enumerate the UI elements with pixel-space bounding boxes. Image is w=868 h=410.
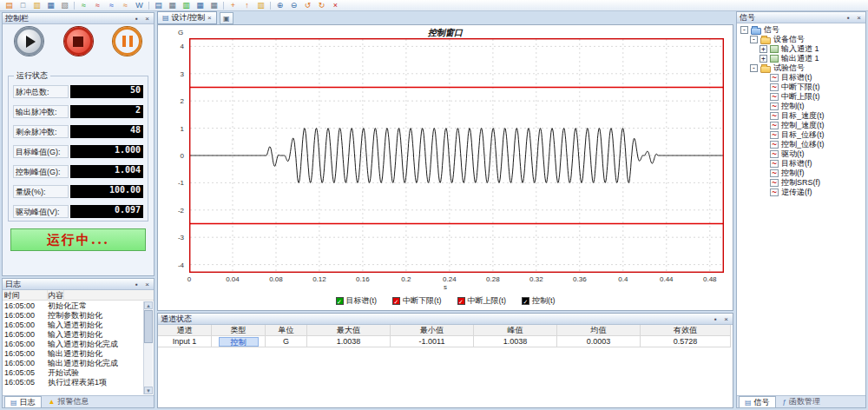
status-field-value: 2 <box>70 105 143 118</box>
log-time: 16:05:00 <box>4 349 48 359</box>
column-header[interactable]: 类型 <box>212 325 266 336</box>
import-icon[interactable]: ▧ <box>58 1 71 10</box>
legend-item[interactable]: ✓控制(t) <box>522 295 556 307</box>
window-icon[interactable]: W <box>133 1 146 10</box>
y-tick-label: -1 <box>160 179 184 187</box>
log-scrollbar[interactable]: ▲ ▼ <box>143 301 153 394</box>
signal-wave-icon: ~ <box>770 169 779 177</box>
column-header[interactable]: 通道 <box>158 325 212 336</box>
start-button[interactable] <box>15 27 43 56</box>
run-status-group: 运行状态 脉冲总数:50输出脉冲数:2剩余脉冲数:48目标峰值(G):1.000… <box>8 76 148 222</box>
y-tick-label: 3 <box>160 70 184 78</box>
channel-type-chip[interactable]: 控制 <box>219 337 259 347</box>
log-row[interactable]: 16:05:00输出通道初始化完成 <box>3 359 143 368</box>
x-axis-unit: s <box>158 283 733 291</box>
close-icon[interactable]: × <box>855 13 863 23</box>
layout-four-icon[interactable]: ▦ <box>207 1 220 10</box>
log-column-header[interactable]: 内容 <box>48 290 64 300</box>
pause-button[interactable] <box>113 27 141 56</box>
stop-button[interactable] <box>64 27 93 56</box>
column-header[interactable]: 有效值 <box>641 325 731 336</box>
log-row[interactable]: 16:05:00输出通道初始化 <box>3 349 143 359</box>
column-header[interactable]: 峰值 <box>474 325 557 336</box>
log-row[interactable]: 16:05:05开始试验 <box>3 368 143 378</box>
tree-item[interactable]: 逆传递(f) <box>781 187 812 198</box>
tab-报警信息[interactable]: ▲报警信息 <box>43 396 95 407</box>
close-icon[interactable]: × <box>143 280 151 289</box>
column-header[interactable]: 均值 <box>557 325 641 336</box>
sine-wave-icon[interactable]: ≈ <box>77 1 90 10</box>
column-header[interactable]: 单位 <box>266 325 307 336</box>
collapse-icon[interactable]: - <box>750 36 758 43</box>
log-icon: ▤ <box>10 397 17 408</box>
snapshot-button[interactable]: ▣ <box>220 12 233 24</box>
log-row[interactable]: 16:05:00初始化正常 <box>3 301 143 311</box>
zoom-in-icon[interactable]: ⊕ <box>273 1 286 10</box>
undo-icon[interactable]: ↺ <box>301 1 314 10</box>
legend-checkbox-icon[interactable]: ✓ <box>457 297 465 305</box>
column-header[interactable]: 最小值 <box>391 325 474 336</box>
report-icon[interactable]: ▤ <box>152 1 165 10</box>
save-icon[interactable]: ▦ <box>44 1 57 10</box>
control-waveform-plot[interactable] <box>189 38 724 273</box>
layout-two-icon[interactable]: ▦ <box>194 1 207 10</box>
pin-icon[interactable]: ▪ <box>712 314 720 324</box>
zoom-out-icon[interactable]: ⊖ <box>287 1 300 10</box>
document-tabstrip: ▤ 设计/控制 × ▣ <box>157 11 733 24</box>
log-panel-title: 日志 <box>5 279 21 290</box>
collapse-icon[interactable]: - <box>740 26 748 34</box>
chart-view-icon[interactable]: ▥ <box>180 1 193 10</box>
legend-checkbox-icon[interactable]: ✓ <box>392 297 400 305</box>
add-window-icon[interactable]: + <box>227 1 240 10</box>
column-header[interactable]: 最大值 <box>307 325 391 336</box>
y-tick-label: 4 <box>160 43 184 50</box>
tab-信号[interactable]: ▤信号 <box>739 396 776 407</box>
log-row[interactable]: 16:05:05执行过程表第1项 <box>3 378 143 387</box>
abort-icon[interactable]: × <box>329 1 342 10</box>
project-icon[interactable]: ▤ <box>3 1 16 10</box>
pin-icon[interactable]: ▪ <box>133 14 141 23</box>
new-test-icon[interactable]: □ <box>16 1 30 10</box>
scroll-down-icon[interactable]: ▼ <box>144 387 153 394</box>
legend-item[interactable]: ✓中断上限(t) <box>457 295 507 307</box>
pin-icon[interactable]: ▪ <box>845 13 852 23</box>
log-row[interactable]: 16:05:00控制参数初始化 <box>3 311 143 321</box>
legend-checkbox-icon[interactable]: ✓ <box>336 297 344 305</box>
status-field-label: 量级(%): <box>13 185 69 198</box>
log-time: 16:05:00 <box>4 321 48 330</box>
open-folder-icon[interactable]: ▥ <box>30 1 43 10</box>
export-icon[interactable]: ↑ <box>240 1 253 10</box>
close-icon[interactable]: × <box>143 14 151 23</box>
log-column-header[interactable]: 时间 <box>4 290 48 300</box>
random-wave-icon[interactable]: ≈ <box>91 1 104 10</box>
close-tab-icon[interactable]: × <box>207 14 212 22</box>
close-icon[interactable]: × <box>722 314 730 324</box>
status-field-row: 目标峰值(G):1.000 <box>13 145 143 158</box>
log-row[interactable]: 16:05:00输入通道初始化 <box>3 330 143 340</box>
shock-wave-icon[interactable]: ≈ <box>105 1 118 10</box>
legend-checkbox-icon[interactable]: ✓ <box>522 297 529 305</box>
status-field-label: 输出脉冲数: <box>13 105 69 118</box>
legend-item[interactable]: ✓目标谱(t) <box>336 295 378 307</box>
archive-icon[interactable]: ▥ <box>254 1 267 10</box>
channel-panel-title: 通道状态 <box>161 314 192 325</box>
legend-item[interactable]: ✓中断下限(t) <box>392 295 442 307</box>
table-view-icon[interactable]: ▦ <box>166 1 179 10</box>
expand-icon[interactable]: + <box>760 55 767 63</box>
tab-函数管理[interactable]: ƒ函数管理 <box>778 396 825 407</box>
doc-tab-design-control[interactable]: ▤ 设计/控制 × <box>157 11 217 24</box>
collapse-icon[interactable]: - <box>750 64 758 72</box>
panel-header-buttons: ▪ × <box>133 280 151 289</box>
scroll-thumb[interactable] <box>144 310 153 343</box>
tab-日志[interactable]: ▤日志 <box>4 396 42 407</box>
redo-icon[interactable]: ↻ <box>315 1 328 10</box>
log-row[interactable]: 16:05:00输入通道初始化完成 <box>3 340 143 349</box>
sweep-wave-icon[interactable]: ≈ <box>119 1 132 10</box>
legend-label: 目标谱(t) <box>346 295 378 307</box>
y-tick-label: -3 <box>160 234 184 241</box>
pin-icon[interactable]: ▪ <box>133 280 141 289</box>
log-row[interactable]: 16:05:00输入通道初始化 <box>3 321 143 330</box>
expand-icon[interactable]: + <box>760 45 767 53</box>
status-field-row: 控制峰值(G):1.004 <box>13 165 143 178</box>
scroll-up-icon[interactable]: ▲ <box>144 301 153 309</box>
